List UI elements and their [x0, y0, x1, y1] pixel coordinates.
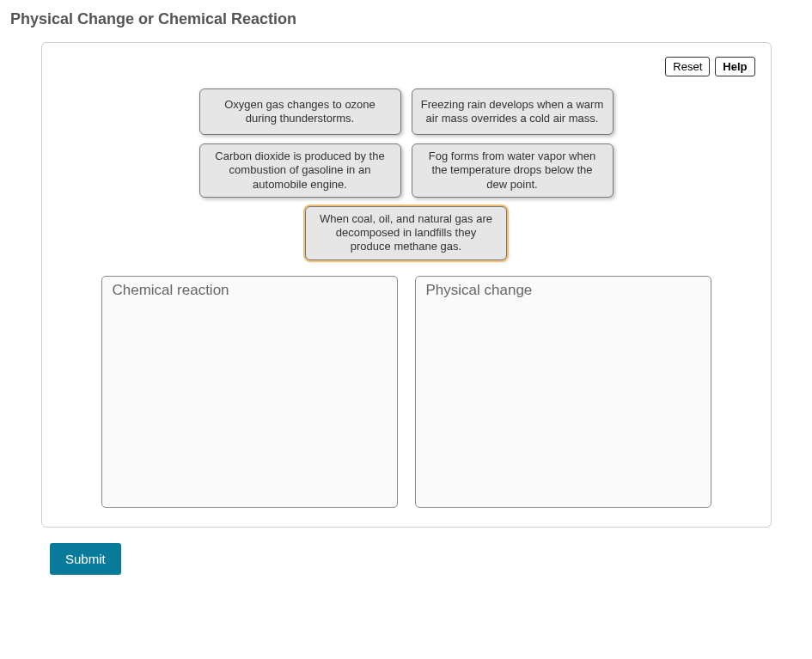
drop-zone-physical-change[interactable]: Physical change — [415, 276, 711, 508]
submit-button[interactable]: Submit — [50, 543, 121, 575]
page-title: Physical Change or Chemical Reaction — [10, 10, 805, 28]
reset-button[interactable]: Reset — [665, 57, 710, 76]
draggable-card[interactable]: When coal, oil, and natural gas are deco… — [305, 206, 507, 260]
draggable-card[interactable]: Fog forms from water vapor when the temp… — [412, 143, 614, 198]
cards-row-2: Carbon dioxide is produced by the combus… — [199, 143, 614, 198]
activity-panel: Reset Help Oxygen gas changes to ozone d… — [41, 42, 772, 528]
draggable-card[interactable]: Oxygen gas changes to ozone during thund… — [199, 88, 401, 135]
cards-area: Oxygen gas changes to ozone during thund… — [58, 88, 755, 260]
toolbar: Reset Help — [58, 57, 755, 76]
draggable-card[interactable]: Carbon dioxide is produced by the combus… — [199, 143, 401, 198]
drop-zones: Chemical reaction Physical change — [58, 276, 755, 508]
cards-row-3: When coal, oil, and natural gas are deco… — [305, 206, 507, 260]
submit-row: Submit — [50, 543, 805, 575]
drop-zone-chemical-reaction[interactable]: Chemical reaction — [101, 276, 398, 508]
help-button[interactable]: Help — [715, 57, 754, 76]
drop-zone-label: Chemical reaction — [111, 282, 231, 299]
cards-row-1: Oxygen gas changes to ozone during thund… — [199, 88, 614, 135]
drop-zone-label: Physical change — [424, 282, 534, 299]
draggable-card[interactable]: Freezing rain develops when a warm air m… — [412, 88, 614, 135]
